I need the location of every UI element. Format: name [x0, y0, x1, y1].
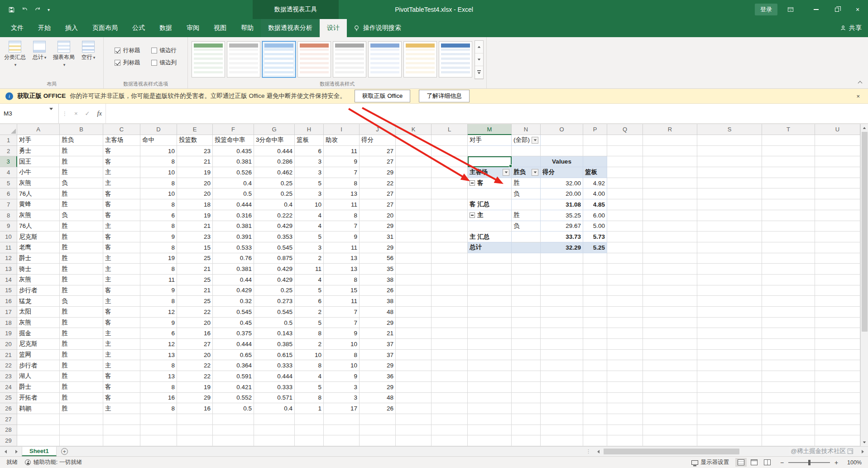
cell-D27[interactable] — [140, 414, 177, 425]
cell-M26[interactable] — [468, 403, 512, 414]
tab-help[interactable]: 帮助 — [234, 19, 261, 37]
cell-T2[interactable] — [762, 146, 815, 157]
cell-M29[interactable] — [468, 435, 512, 446]
cell-O2[interactable] — [541, 146, 583, 157]
sheet-nav-right-button[interactable] — [11, 447, 22, 456]
column-header-L[interactable]: L — [432, 124, 468, 135]
cell-S1[interactable] — [697, 135, 762, 146]
cell-U26[interactable] — [815, 403, 860, 414]
cell-T13[interactable] — [762, 264, 815, 275]
cell-J20[interactable]: 37 — [360, 339, 396, 350]
cell-R27[interactable] — [643, 414, 697, 425]
cell-P10[interactable]: 5.73 — [583, 232, 607, 242]
cell-I23[interactable]: 9 — [324, 371, 360, 382]
cell-B15[interactable]: 胜 — [60, 285, 103, 296]
cell-F19[interactable]: 0.375 — [213, 328, 254, 339]
cell-B7[interactable]: 胜 — [60, 199, 103, 210]
cell-C2[interactable]: 客 — [103, 146, 140, 157]
cell-Q16[interactable] — [607, 296, 643, 307]
cell-D16[interactable]: 8 — [140, 296, 177, 307]
cell-E24[interactable]: 19 — [177, 382, 213, 393]
cell-B9[interactable]: 胜 — [60, 221, 103, 232]
cell-P28[interactable] — [583, 425, 607, 436]
cell-O19[interactable] — [541, 328, 583, 339]
cell-M27[interactable] — [468, 414, 512, 425]
cell-P27[interactable] — [583, 414, 607, 425]
cell-O1[interactable] — [541, 135, 583, 146]
horizontal-scroll-thumb[interactable] — [604, 449, 739, 454]
cell-G2[interactable]: 0.444 — [254, 146, 295, 157]
cell-E2[interactable]: 23 — [177, 146, 213, 157]
cell-L24[interactable] — [432, 382, 468, 393]
cell-I8[interactable]: 8 — [324, 210, 360, 221]
cell-O27[interactable] — [541, 414, 583, 425]
cell-N27[interactable] — [512, 414, 541, 425]
cell-N1[interactable]: (全部) — [512, 135, 541, 146]
qat-customize-icon[interactable]: ▾ — [48, 7, 50, 12]
cell-D29[interactable] — [140, 435, 177, 446]
cell-N17[interactable] — [512, 307, 541, 318]
cell-R6[interactable] — [643, 188, 697, 199]
cell-F9[interactable]: 0.381 — [213, 221, 254, 232]
cell-J12[interactable]: 56 — [360, 253, 396, 264]
cell-T10[interactable] — [762, 232, 815, 242]
blank-rows-button[interactable]: 空行▾ — [76, 39, 101, 69]
cell-T25[interactable] — [762, 393, 815, 404]
cell-I21[interactable]: 8 — [324, 350, 360, 361]
cell-E16[interactable]: 25 — [177, 296, 213, 307]
cell-I4[interactable]: 7 — [324, 167, 360, 178]
cell-T14[interactable] — [762, 275, 815, 285]
column-header-E[interactable]: E — [177, 124, 213, 135]
report-layout-button[interactable]: 报表布局▾ — [52, 39, 76, 69]
cell-O7[interactable]: 31.08 — [541, 199, 583, 210]
cell-H8[interactable]: 4 — [295, 210, 324, 221]
cell-D24[interactable]: 8 — [140, 382, 177, 393]
cell-O6[interactable]: 20.00 — [541, 188, 583, 199]
column-header-T[interactable]: T — [762, 124, 815, 135]
cell-H16[interactable]: 6 — [295, 296, 324, 307]
tab-split-handle[interactable]: ⋮ — [584, 447, 593, 456]
cell-F6[interactable]: 0.5 — [213, 188, 254, 199]
share-button[interactable]: 共享 — [840, 19, 862, 37]
cell-C21[interactable]: 主 — [103, 350, 140, 361]
cell-S4[interactable] — [697, 167, 762, 178]
cell-K20[interactable] — [396, 339, 432, 350]
cell-M6[interactable] — [468, 188, 512, 199]
gallery-more-button[interactable] — [475, 66, 483, 79]
cell-R8[interactable] — [643, 210, 697, 221]
cell-J17[interactable]: 48 — [360, 307, 396, 318]
cell-F5[interactable]: 0.4 — [213, 178, 254, 189]
column-header-N[interactable]: N — [512, 124, 541, 135]
row-header-8[interactable]: 8 — [0, 210, 17, 221]
cell-C24[interactable]: 客 — [103, 382, 140, 393]
row-header-13[interactable]: 13 — [0, 264, 17, 275]
cell-Q18[interactable] — [607, 318, 643, 328]
cell-R3[interactable] — [643, 156, 697, 167]
row-header-6[interactable]: 6 — [0, 188, 17, 199]
cell-A25[interactable]: 开拓者 — [17, 393, 60, 404]
cell-I2[interactable]: 11 — [324, 146, 360, 157]
cell-E15[interactable]: 21 — [177, 285, 213, 296]
cell-C29[interactable] — [103, 435, 140, 446]
cell-O26[interactable] — [541, 403, 583, 414]
cell-H1[interactable]: 篮板 — [295, 135, 324, 146]
cell-Q10[interactable] — [607, 232, 643, 242]
cell-L3[interactable] — [432, 156, 468, 167]
row-header-15[interactable]: 15 — [0, 285, 17, 296]
cell-E11[interactable]: 15 — [177, 242, 213, 253]
name-box[interactable]: M3 — [0, 104, 59, 123]
column-header-F[interactable]: F — [213, 124, 254, 135]
cell-M28[interactable] — [468, 425, 512, 436]
filter-dropdown-button[interactable] — [503, 169, 509, 176]
cell-N21[interactable] — [512, 350, 541, 361]
cell-L21[interactable] — [432, 350, 468, 361]
cell-A16[interactable]: 猛龙 — [17, 296, 60, 307]
cell-S15[interactable] — [697, 285, 762, 296]
cell-A1[interactable]: 对手 — [17, 135, 60, 146]
cell-U9[interactable] — [815, 221, 860, 232]
column-header-O[interactable]: O — [541, 124, 583, 135]
cell-H22[interactable]: 8 — [295, 360, 324, 371]
cell-C13[interactable]: 主 — [103, 264, 140, 275]
cell-I16[interactable]: 11 — [324, 296, 360, 307]
collapse-outline-button[interactable] — [470, 180, 475, 186]
